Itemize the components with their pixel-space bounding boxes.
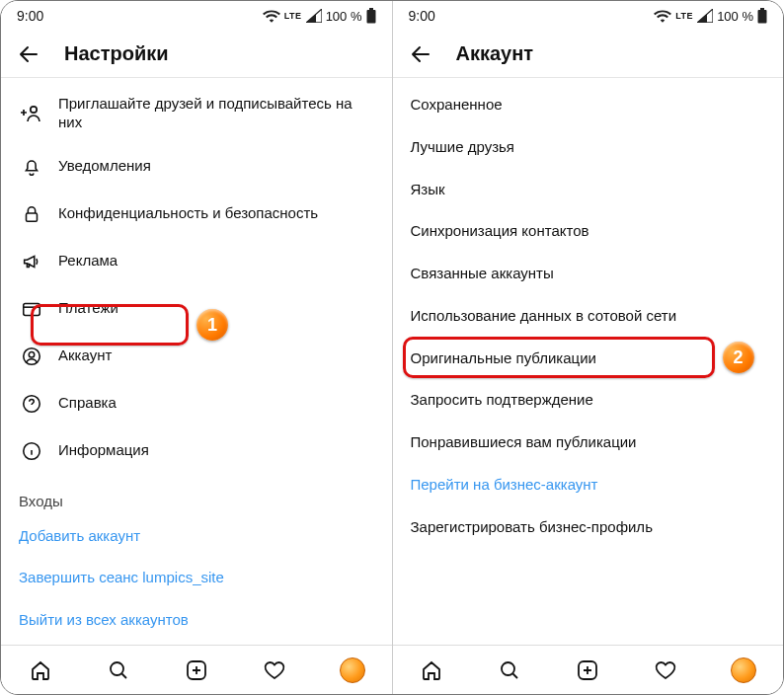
megaphone-icon — [19, 249, 44, 274]
row-label: Информация — [58, 441, 149, 460]
phone-right: 9:00 LTE 100 % Аккаунт Сох — [392, 1, 784, 694]
bottom-nav — [1, 645, 392, 694]
app-bar: Настройки — [1, 31, 392, 78]
svg-rect-1 — [366, 10, 375, 24]
step-badge-1: 1 — [196, 309, 228, 341]
row-account[interactable]: Аккаунт — [1, 333, 392, 380]
search-icon[interactable] — [497, 657, 522, 683]
account-icon — [19, 344, 44, 369]
wifi-icon — [263, 9, 280, 23]
status-bar: 9:00 LTE 100 % — [1, 1, 392, 31]
row-close-friends[interactable]: Лучшие друзья — [393, 126, 784, 169]
row-saved[interactable]: Сохраненное — [393, 84, 784, 126]
row-label: Оригинальные публикации — [411, 349, 596, 368]
row-label: Завершить сеанс lumpics_site — [19, 569, 224, 587]
row-liked-posts[interactable]: Понравившиеся вам публикации — [393, 422, 784, 464]
lock-icon — [19, 201, 44, 227]
logins-section-label: Входы — [1, 475, 392, 515]
row-label: Зарегистрировать бизнес-профиль — [411, 518, 653, 537]
back-button[interactable] — [17, 42, 40, 66]
status-time: 9:00 — [17, 8, 43, 24]
row-label: Связанные аккаунты — [411, 265, 554, 283]
credit-card-icon — [19, 296, 44, 322]
svg-rect-0 — [369, 8, 373, 10]
back-button[interactable] — [409, 42, 432, 66]
row-label: Аккаунт — [58, 347, 112, 365]
svg-rect-3 — [27, 213, 38, 221]
row-label: Добавить аккаунт — [19, 527, 140, 546]
home-icon[interactable] — [419, 657, 444, 683]
row-language[interactable]: Язык — [393, 169, 784, 211]
row-register-business[interactable]: Зарегистрировать бизнес-профиль — [393, 506, 784, 549]
bell-icon — [19, 154, 44, 180]
row-privacy[interactable]: Конфиденциальность и безопасность — [1, 191, 392, 238]
search-icon[interactable] — [106, 657, 131, 683]
battery-percent: 100 % — [326, 9, 362, 24]
svg-rect-4 — [24, 303, 40, 315]
page-title: Настройки — [64, 42, 169, 65]
row-notifications[interactable]: Уведомления — [1, 143, 392, 191]
row-label: Уведомления — [58, 157, 151, 176]
signal-icon — [306, 9, 322, 23]
add-user-icon — [19, 101, 44, 126]
profile-avatar[interactable] — [731, 657, 756, 683]
row-label: Синхронизация контактов — [411, 222, 589, 241]
battery-icon — [757, 8, 767, 24]
screenshot-frame: 9:00 LTE 100 % Настройки — [0, 0, 784, 695]
row-label: Реклама — [58, 252, 118, 270]
row-label: Запросить подтверждение — [411, 391, 593, 410]
row-label: Справка — [58, 394, 117, 413]
status-right: LTE 100 % — [654, 8, 767, 24]
row-request-verification[interactable]: Запросить подтверждение — [393, 379, 784, 422]
step-badge-2: 2 — [723, 342, 754, 373]
home-icon[interactable] — [28, 657, 53, 683]
svg-point-9 — [111, 662, 123, 675]
wifi-icon — [654, 9, 671, 23]
row-switch-business[interactable]: Перейти на бизнес-аккаунт — [393, 464, 784, 506]
logout-all-link[interactable]: Выйти из всех аккаунтов — [1, 599, 392, 642]
phone-left: 9:00 LTE 100 % Настройки — [1, 1, 392, 694]
row-label: Конфиденциальность и безопасность — [58, 204, 318, 223]
svg-rect-11 — [760, 8, 764, 10]
page-title: Аккаунт — [456, 42, 534, 65]
network-label: LTE — [675, 11, 693, 21]
row-linked-accounts[interactable]: Связанные аккаунты — [393, 253, 784, 295]
svg-point-2 — [31, 107, 37, 113]
row-label: Приглашайте друзей и подписывайтесь на н… — [58, 95, 374, 132]
row-info[interactable]: Информация — [1, 427, 392, 475]
svg-rect-12 — [758, 10, 767, 24]
status-bar: 9:00 LTE 100 % — [393, 1, 784, 31]
row-sync-contacts[interactable]: Синхронизация контактов — [393, 210, 784, 253]
svg-point-6 — [29, 351, 35, 357]
app-bar: Аккаунт — [393, 31, 784, 78]
profile-avatar[interactable] — [340, 657, 365, 683]
logout-session-link[interactable]: Завершить сеанс lumpics_site — [1, 557, 392, 599]
add-post-icon[interactable] — [184, 657, 209, 683]
row-ads[interactable]: Реклама — [1, 238, 392, 285]
row-label: Язык — [411, 181, 445, 199]
row-label: Платежи — [58, 299, 118, 318]
status-time: 9:00 — [409, 8, 435, 24]
row-label: Лучшие друзья — [411, 138, 515, 157]
heart-icon[interactable] — [653, 657, 678, 683]
info-icon — [19, 438, 44, 464]
row-label: Понравившиеся вам публикации — [411, 433, 637, 452]
row-label: Перейти на бизнес-аккаунт — [411, 476, 598, 495]
battery-percent: 100 % — [717, 9, 753, 24]
row-help[interactable]: Справка — [1, 380, 392, 427]
row-invite-friends[interactable]: Приглашайте друзей и подписывайтесь на н… — [1, 84, 392, 143]
add-post-icon[interactable] — [575, 657, 600, 683]
heart-icon[interactable] — [262, 657, 287, 683]
row-label: Использование данных в сотовой сети — [411, 307, 677, 326]
row-label: Сохраненное — [411, 96, 503, 115]
row-label: Выйти из всех аккаунтов — [19, 611, 189, 630]
signal-icon — [697, 9, 713, 23]
settings-list: Приглашайте друзей и подписывайтесь на н… — [1, 78, 392, 645]
network-label: LTE — [284, 11, 302, 21]
add-account-link[interactable]: Добавить аккаунт — [1, 515, 392, 558]
status-right: LTE 100 % — [263, 8, 376, 24]
help-icon — [19, 391, 44, 417]
svg-point-13 — [502, 662, 514, 675]
battery-icon — [366, 8, 376, 24]
row-cellular-data[interactable]: Использование данных в сотовой сети — [393, 295, 784, 338]
